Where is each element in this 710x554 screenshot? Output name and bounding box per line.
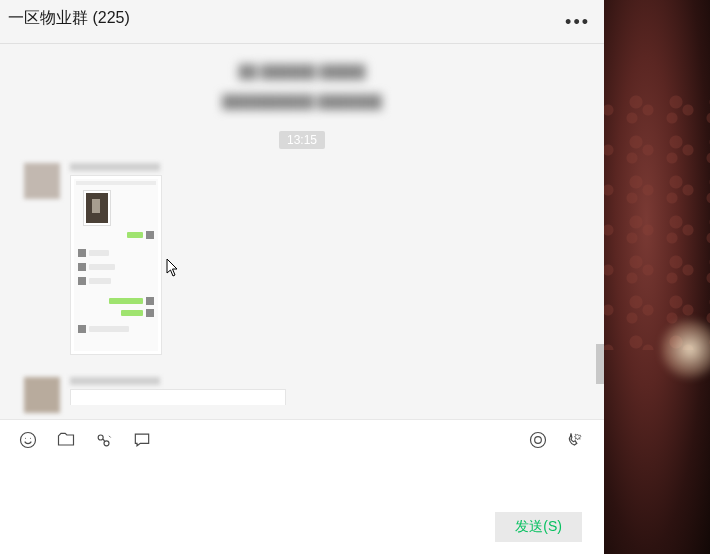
image-message-thumbnail[interactable] <box>70 175 162 355</box>
system-message: ██████████ ███████ <box>0 92 604 110</box>
sender-name <box>70 377 160 385</box>
screenshot-icon[interactable] <box>94 430 114 450</box>
chat-header: 一区物业群 (225) ••• <box>0 0 604 44</box>
input-panel: 发送(S) <box>0 419 604 554</box>
chat-title: 一区物业群 (225) <box>8 0 130 32</box>
more-menu-icon[interactable]: ••• <box>565 0 590 44</box>
scrollbar-thumb[interactable] <box>596 344 604 384</box>
avatar[interactable] <box>24 377 60 413</box>
video-call-icon[interactable] <box>566 430 586 450</box>
chat-history-icon[interactable] <box>132 430 152 450</box>
voice-call-icon[interactable] <box>528 430 548 450</box>
timestamp-badge: 13:15 <box>279 131 325 149</box>
svg-point-0 <box>21 433 36 448</box>
message-content <box>70 377 286 405</box>
chat-pane: 一区物业群 (225) ••• ██ ██████ █████ ████████… <box>0 0 604 554</box>
svg-point-6 <box>531 433 546 448</box>
system-message: ██ ██████ █████ <box>0 62 604 80</box>
message-row <box>0 149 604 355</box>
message-row <box>0 355 604 413</box>
message-content <box>70 163 162 355</box>
input-toolbar <box>0 420 604 460</box>
avatar[interactable] <box>24 163 60 199</box>
timestamp-row: 13:15 <box>0 130 604 149</box>
svg-point-3 <box>98 435 103 440</box>
svg-point-7 <box>535 437 542 444</box>
svg-point-2 <box>30 438 31 439</box>
send-button[interactable]: 发送(S) <box>495 512 582 542</box>
file-icon[interactable] <box>56 430 76 450</box>
message-list[interactable]: ██ ██████ █████ ██████████ ███████ 13:15 <box>0 44 604 419</box>
background-image-strip <box>604 0 710 554</box>
emoji-icon[interactable] <box>18 430 38 450</box>
sender-name <box>70 163 160 171</box>
svg-point-1 <box>25 438 26 439</box>
svg-line-5 <box>103 439 105 442</box>
message-input[interactable] <box>0 460 604 510</box>
image-message-thumbnail[interactable] <box>70 389 286 405</box>
